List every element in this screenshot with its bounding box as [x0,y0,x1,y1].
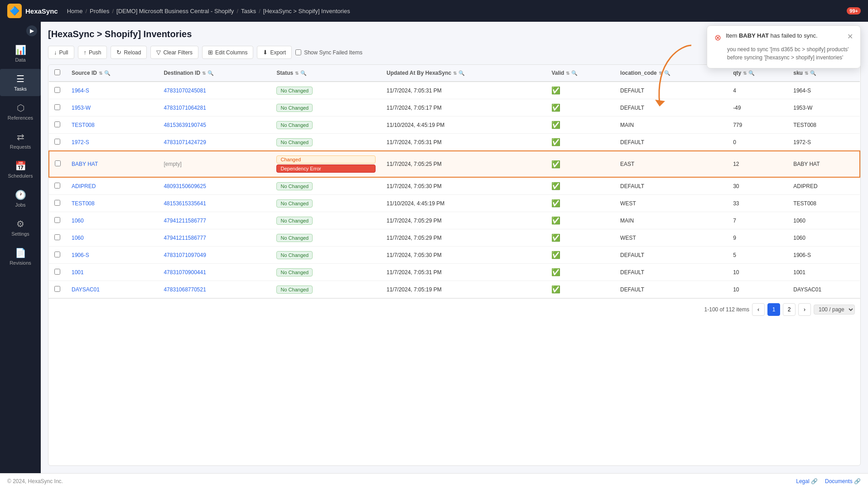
show-failed-toggle[interactable]: Show Sync Failed Items [295,49,362,56]
destination-id-link[interactable]: 47941211586777 [164,235,206,241]
source-id-link[interactable]: DAYSAC01 [72,286,100,293]
breadcrumb-home[interactable]: Home [67,8,83,15]
destination-id-link[interactable]: 47831068770521 [164,286,206,293]
sort-sku-icon: ⇅ [805,71,808,76]
status-badge-nochanged: No Changed [276,104,313,112]
sidebar-item-jobs[interactable]: 🕐 Jobs [0,185,41,212]
source-id-link[interactable]: 1964-S [72,87,89,94]
destination-id-link[interactable]: 47831071424729 [164,139,206,145]
filter-location-icon[interactable]: 🔍 [664,70,670,76]
row-checkbox[interactable] [54,104,60,110]
filter-sku-icon[interactable]: 🔍 [810,70,816,76]
source-id-link[interactable]: TEST008 [72,122,95,128]
destination-id-link[interactable]: 47941211586777 [164,218,206,224]
status-badge-error: Dependency Error [276,165,376,173]
edit-columns-button[interactable]: ⊞ Edit Columns [202,46,253,59]
show-failed-checkbox[interactable] [295,49,301,55]
location-code-cell: DEFAULT [615,134,728,151]
sidebar-item-references[interactable]: ⬡ References [0,98,41,125]
breadcrumb-profiles[interactable]: Profiles [90,8,109,15]
qty-cell: -49 [728,99,788,116]
destination-id-link[interactable]: 47831070245081 [164,87,206,94]
row-checkbox[interactable] [54,139,60,145]
table-row: 100147831070900441No Changed11/7/2024, 7… [49,264,860,281]
pull-button[interactable]: ↓ Pull [48,46,74,59]
filter-updated-icon[interactable]: 🔍 [458,70,465,76]
location-code-cell: MAIN [615,212,728,229]
row-checkbox[interactable] [54,87,60,93]
col-valid[interactable]: Valid ⇅ 🔍 [546,65,615,82]
table-row: DAYSAC0147831068770521No Changed11/7/202… [49,281,860,298]
clear-filters-button[interactable]: ▽ Clear Filters [150,46,198,59]
destination-id-link[interactable]: 48153615335641 [164,200,206,207]
sku-cell: TEST008 [788,195,860,212]
reload-button[interactable]: ↻ Reload [111,46,147,59]
source-id-link[interactable]: BABY HAT [72,161,98,167]
destination-id-link[interactable]: 48153639190745 [164,122,206,128]
row-checkbox[interactable] [54,269,60,275]
row-checkbox[interactable] [54,286,60,292]
valid-cell: ✅ [546,177,615,195]
source-id-link[interactable]: TEST008 [72,200,95,207]
page-1-button[interactable]: 1 [767,303,780,316]
sidebar-item-schedulers[interactable]: 📅 Schedulers [0,156,41,183]
prev-page-button[interactable]: ‹ [752,303,765,316]
sidebar-item-data[interactable]: 📊 Data [0,40,41,67]
row-checkbox[interactable] [54,121,60,127]
col-source-id[interactable]: Source ID ⇅ 🔍 [66,65,158,82]
tasks-icon: ☰ [16,73,24,84]
table-row: 106047941211586777No Changed11/7/2024, 7… [49,229,860,247]
row-checkbox[interactable] [54,252,60,257]
body-wrapper: ▶ 📊 Data ☰ Tasks ⬡ References ⇄ Requests… [0,22,868,473]
source-id-link[interactable]: 1001 [72,269,84,276]
footer-documents-link[interactable]: Documents 🔗 [825,478,861,484]
source-id-link[interactable]: 1060 [72,218,84,224]
page-2-button[interactable]: 2 [783,303,796,316]
row-checkbox[interactable] [55,160,61,166]
footer-legal-link[interactable]: Legal 🔗 [796,478,818,484]
source-id-link[interactable]: ADIPRED [72,183,96,189]
breadcrumb-demo[interactable]: [DEMO] Microsoft Business Central - Shop… [116,8,234,15]
sidebar-toggle[interactable]: ▶ [26,25,37,36]
updated-at-cell: 11/10/2024, 4:45:19 PM [381,116,546,134]
updated-at-cell: 11/7/2024, 7:05:31 PM [381,82,546,99]
destination-id-link[interactable]: 47831070900441 [164,269,206,276]
col-status[interactable]: Status ⇅ 🔍 [271,65,381,82]
destination-id-link[interactable]: 48093150609625 [164,183,206,189]
source-id-link[interactable]: 1060 [72,235,84,241]
location-code-cell: DEFAULT [615,281,728,298]
filter-valid-icon[interactable]: 🔍 [571,70,578,76]
source-id-link[interactable]: 1972-S [72,139,89,145]
notification-badge[interactable]: 99+ [847,7,861,15]
row-checkbox[interactable] [54,217,60,223]
per-page-select[interactable]: 100 / page 50 / page 25 / page [814,305,855,315]
filter-source-id-icon[interactable]: 🔍 [104,70,111,76]
sidebar-item-requests[interactable]: ⇄ Requests [0,127,41,154]
sidebar-item-tasks[interactable]: ☰ Tasks [0,69,41,96]
destination-id-link[interactable]: 47831071097049 [164,252,206,258]
select-all-checkbox[interactable] [54,69,60,75]
valid-check-icon: ✅ [551,286,560,293]
export-button[interactable]: ⬇ Export [257,46,292,59]
col-updated-at[interactable]: Updated At By HexaSync ⇅ 🔍 [381,65,546,82]
destination-id-link[interactable]: 47831071064281 [164,105,206,111]
row-checkbox[interactable] [54,183,60,189]
toast-close-button[interactable]: ✕ [847,32,853,41]
row-checkbox[interactable] [54,234,60,240]
status-badge-nochanged: No Changed [276,268,313,276]
updated-at-cell: 11/7/2024, 7:05:29 PM [381,229,546,247]
filter-qty-icon[interactable]: 🔍 [748,70,755,76]
source-id-link[interactable]: 1953-W [72,105,91,111]
next-page-button[interactable]: › [798,303,811,316]
sidebar-item-revisions[interactable]: 📄 Revisions [0,243,41,270]
sidebar-item-settings[interactable]: ⚙ Settings [0,214,41,241]
filter-status-icon[interactable]: 🔍 [300,70,307,76]
status-badge-nochanged: No Changed [276,138,313,146]
source-id-link[interactable]: 1906-S [72,252,89,258]
filter-dest-id-icon[interactable]: 🔍 [207,70,214,76]
breadcrumb-inventories[interactable]: [HexaSync > Shopify] Inventories [263,8,350,15]
col-destination-id[interactable]: Destination ID ⇅ 🔍 [158,65,271,82]
breadcrumb-tasks[interactable]: Tasks [241,8,256,15]
row-checkbox[interactable] [54,200,60,206]
push-button[interactable]: ↑ Push [78,46,107,59]
